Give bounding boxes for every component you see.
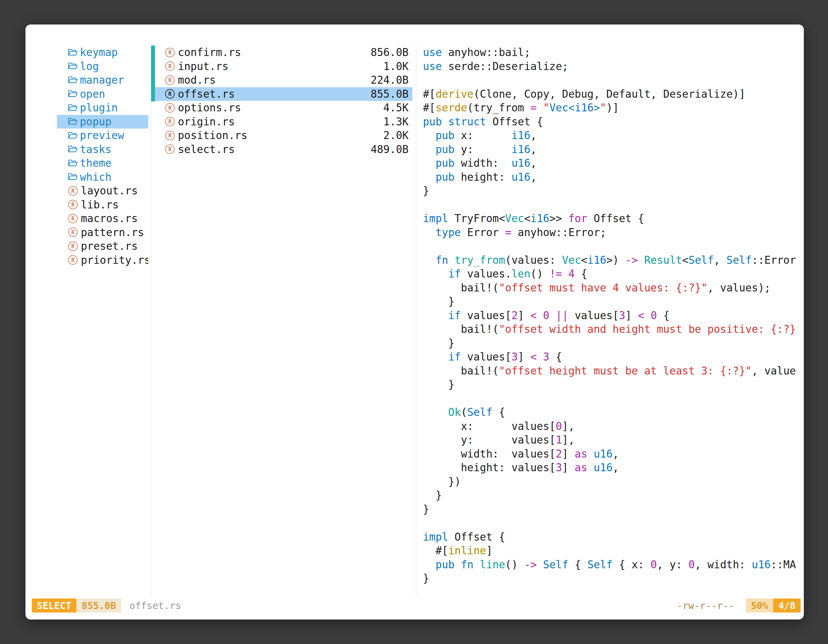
file-size: 4.5K <box>383 102 409 114</box>
sidebar-file-preset-rs[interactable]: Rpreset.rs <box>57 239 148 253</box>
current-directory-pane: Rconfirm.rs856.0BRinput.rs1.0KRmod.rs224… <box>151 45 416 597</box>
code-line: bail!("offset must have 4 values: {:?}",… <box>423 281 804 295</box>
file-row-select-rs[interactable]: Rselect.rs489.0B <box>155 143 412 157</box>
scrollbar-indicator <box>151 45 155 102</box>
code-line <box>423 73 804 87</box>
code-line: pub struct Offset { <box>423 115 804 129</box>
rust-file-icon: R <box>165 48 175 57</box>
code-line: type Error = anyhow::Error; <box>423 226 804 240</box>
code-line: }) <box>423 475 804 489</box>
file-size: 856.0B <box>371 46 409 58</box>
file-name: input.rs <box>178 60 229 72</box>
code-line <box>423 198 804 212</box>
rust-file-icon: R <box>165 117 175 126</box>
sidebar-folder-preview[interactable]: preview <box>57 128 148 143</box>
file-row-offset-rs[interactable]: Roffset.rs855.0B <box>155 87 412 101</box>
code-line: Ok(Self { <box>423 405 804 419</box>
parent-directory-pane: keymaplogmanageropenpluginpopuppreviewta… <box>25 45 151 597</box>
code-line: } <box>423 336 804 350</box>
file-name: options.rs <box>178 102 241 114</box>
sidebar-file-priority-rs[interactable]: Rpriority.rs <box>57 253 148 267</box>
code-line: pub fn line() -> Self { Self { x: 0, y: … <box>423 558 804 572</box>
code-line: if values[3] < 3 { <box>423 350 804 364</box>
sidebar-file-layout-rs[interactable]: Rlayout.rs <box>57 184 148 198</box>
code-line <box>423 516 804 530</box>
code-line: } <box>423 489 804 502</box>
code-line: width: values[2] as u16, <box>423 447 804 461</box>
folder-icon <box>68 90 78 98</box>
code-line <box>423 239 804 253</box>
code-line: } <box>423 572 804 586</box>
file-size: 1.3K <box>383 116 409 128</box>
file-size: 224.0B <box>371 74 409 86</box>
code-line: pub y: i16, <box>423 143 804 157</box>
sidebar-folder-popup[interactable]: popup <box>57 115 148 129</box>
file-name: offset.rs <box>178 88 235 100</box>
sidebar-folder-tasks[interactable]: tasks <box>57 143 148 157</box>
rust-file-icon: R <box>68 186 78 196</box>
code-line: y: values[1], <box>423 433 804 447</box>
file-size: 2.0K <box>383 129 409 142</box>
file-row-options-rs[interactable]: Roptions.rs4.5K <box>155 101 412 115</box>
entry-label: keymap <box>80 46 118 58</box>
sidebar-folder-keymap[interactable]: keymap <box>57 45 148 60</box>
file-permissions: -rw-r--r-- <box>677 599 734 613</box>
code-line: #[inline] <box>423 544 804 558</box>
file-name: mod.rs <box>178 74 216 86</box>
entry-label: preset.rs <box>81 240 138 252</box>
file-row-confirm-rs[interactable]: Rconfirm.rs856.0B <box>155 45 412 60</box>
file-name: position.rs <box>178 129 248 142</box>
sidebar-folder-log[interactable]: log <box>57 60 148 74</box>
entry-label: preview <box>80 129 124 142</box>
folder-icon <box>68 49 78 56</box>
sidebar-folder-open[interactable]: open <box>57 87 148 101</box>
folder-icon <box>68 62 78 71</box>
folder-icon <box>68 145 78 154</box>
file-row-input-rs[interactable]: Rinput.rs1.0K <box>155 60 412 74</box>
code-line: bail!("offset width and height must be p… <box>423 322 804 336</box>
sidebar-file-pattern-rs[interactable]: Rpattern.rs <box>57 226 148 240</box>
rust-file-icon: R <box>68 214 78 223</box>
file-name: confirm.rs <box>178 46 241 58</box>
code-line: if values[2] < 0 || values[3] < 0 { <box>423 309 804 323</box>
rust-file-icon: R <box>165 75 175 85</box>
rust-file-icon: R <box>68 241 78 251</box>
sidebar-folder-manager[interactable]: manager <box>57 73 148 87</box>
sidebar-folder-plugin[interactable]: plugin <box>57 101 148 115</box>
entry-label: macros.rs <box>81 212 138 225</box>
sidebar-file-macros-rs[interactable]: Rmacros.rs <box>57 212 148 226</box>
code-line: impl TryFrom<Vec<i16>> for Offset { <box>423 212 804 226</box>
file-size: 855.0B <box>371 88 409 100</box>
file-row-origin-rs[interactable]: Rorigin.rs1.3K <box>155 115 412 129</box>
code-line: } <box>423 295 804 309</box>
entry-label: theme <box>80 157 111 169</box>
sidebar-file-lib-rs[interactable]: Rlib.rs <box>57 198 148 212</box>
entry-label: open <box>80 88 105 100</box>
file-row-mod-rs[interactable]: Rmod.rs224.0B <box>155 73 412 87</box>
code-line: height: values[3] as u16, <box>423 461 804 475</box>
sidebar-folder-theme[interactable]: theme <box>57 156 148 170</box>
code-line: fn try_from(values: Vec<i16>) -> Result<… <box>423 253 804 267</box>
status-filename: offset.rs <box>130 599 181 613</box>
file-row-position-rs[interactable]: Rposition.rs2.0K <box>155 128 412 143</box>
entry-label: log <box>80 60 99 72</box>
panes-container: keymaplogmanageropenpluginpopuppreviewta… <box>25 45 804 597</box>
rust-file-icon: R <box>165 103 175 113</box>
code-line <box>423 392 804 406</box>
code-line: x: values[0], <box>423 419 804 433</box>
sidebar-folder-which[interactable]: which <box>57 170 148 184</box>
file-name: select.rs <box>178 143 235 155</box>
rust-file-icon: R <box>68 255 78 265</box>
folder-icon <box>68 173 78 181</box>
file-size: 1.0K <box>383 60 409 72</box>
file-preview-pane: use anyhow::bail;use serde::Deserialize;… <box>416 45 804 597</box>
code-line: #[serde(try_from = "Vec<i16>")] <box>423 101 804 115</box>
desktop-background: keymaplogmanageropenpluginpopuppreviewta… <box>0 0 828 644</box>
code-line: impl Offset { <box>423 530 804 544</box>
rust-file-icon: R <box>165 61 175 71</box>
status-bar: SELECT 855.0B offset.rs -rw-r--r-- 50% 4… <box>32 599 801 613</box>
folder-icon <box>68 159 78 168</box>
file-name: origin.rs <box>178 116 235 128</box>
cursor-position-badge: 4/8 <box>773 599 801 613</box>
entry-label: tasks <box>80 143 111 155</box>
